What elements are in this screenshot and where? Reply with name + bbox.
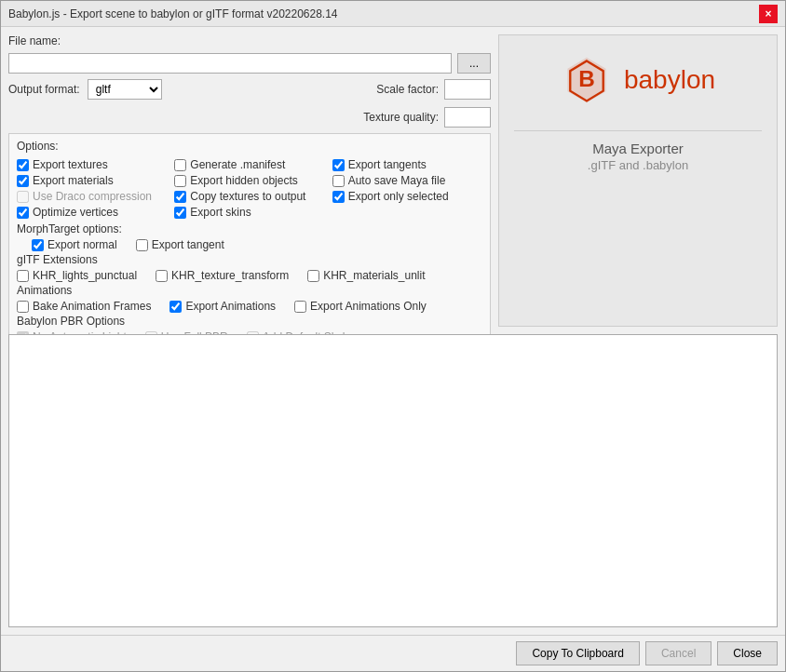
checkbox-export-only-selected: Export only selected (332, 190, 482, 203)
output-format-select[interactable]: gltf babylon (88, 79, 162, 100)
file-name-input[interactable] (8, 53, 452, 74)
scale-factor-label: Scale factor: (376, 83, 439, 96)
cb-copy-textures[interactable] (174, 191, 186, 203)
morph-options: Export normal Export tangent (17, 238, 482, 251)
checkbox-export-skins: Export skins (174, 206, 324, 219)
texture-quality-input[interactable]: 100 (444, 107, 491, 128)
cb-export-skins[interactable] (174, 207, 186, 219)
cb-label-copy-textures: Copy textures to output (190, 190, 305, 203)
cb-export-anim[interactable] (169, 301, 182, 313)
options-grid: Export textures Generate .manifest Expor… (17, 158, 482, 219)
checkbox-export-hidden: Export hidden objects (174, 174, 324, 187)
scale-factor-input[interactable]: 1 (444, 79, 491, 100)
cb-export-materials[interactable] (17, 175, 29, 187)
cb-use-draco[interactable] (17, 191, 29, 203)
left-panel: File name: ... Output format: gltf babyl… (8, 34, 491, 327)
file-browse-button[interactable]: ... (457, 53, 491, 74)
cb-generate-manifest[interactable] (174, 159, 186, 171)
morph-target-section: MorphTarget options: Export normal Expor… (17, 222, 482, 251)
checkbox-khr-texture: KHR_texture_transform (156, 269, 289, 282)
close-button-bottom[interactable]: Close (717, 641, 778, 665)
animations-options: Bake Animation Frames Export Animations … (17, 300, 482, 313)
cb-label-export-textures: Export textures (33, 158, 108, 171)
cancel-button[interactable]: Cancel (645, 641, 711, 665)
cb-label-export-tangent: Export tangent (152, 238, 224, 251)
animations-title: Animations (17, 284, 482, 297)
cb-label-export-tangents: Export tangents (348, 158, 427, 171)
cb-label-use-draco: Use Draco compression (33, 190, 152, 203)
babylon-pbr-section: Babylon PBR Options No Automatic Light U… (17, 315, 482, 334)
cb-label-export-skins: Export skins (190, 206, 251, 219)
babylon-pbr-title: Babylon PBR Options (17, 315, 482, 328)
checkbox-khr-materials: KHR_materials_unlit (307, 269, 425, 282)
bottom-bar: Copy To Clipboard Cancel Close (1, 635, 785, 671)
cb-label-khr-texture: KHR_texture_transform (171, 269, 289, 282)
options-title: Options: (17, 140, 482, 153)
checkbox-export-anim: Export Animations (169, 300, 276, 313)
title-bar: Babylon.js - Export scene to babylon or … (1, 1, 785, 27)
babylon-icon-svg: B (561, 54, 613, 106)
close-button[interactable]: × (759, 5, 778, 23)
checkbox-export-tangent: Export tangent (136, 238, 224, 251)
cb-label-export-only-selected: Export only selected (348, 190, 449, 203)
logo-separator (514, 130, 762, 131)
options-section: Options: Export textures Generate .manif… (8, 133, 491, 334)
cb-khr-materials[interactable] (307, 270, 319, 282)
maya-exporter-label: Maya Exporter (592, 141, 684, 156)
svg-text:B: B (578, 66, 595, 91)
cb-export-tangents[interactable] (332, 159, 345, 171)
checkbox-khr-lights: KHR_lights_punctual (17, 269, 137, 282)
cb-optimize-vertices[interactable] (17, 207, 29, 219)
checkbox-optimize-vertices: Optimize vertices (17, 206, 167, 219)
cb-khr-lights[interactable] (17, 270, 29, 282)
cb-export-normal[interactable] (32, 239, 44, 251)
gltf-extensions-title: gITF Extensions (17, 253, 482, 266)
copy-to-clipboard-button[interactable]: Copy To Clipboard (516, 641, 640, 665)
cb-label-khr-materials: KHR_materials_unlit (323, 269, 425, 282)
checkbox-export-tangents: Export tangents (332, 158, 482, 171)
file-name-label: File name: (8, 34, 61, 47)
format-scale-row: Output format: gltf babylon Scale factor… (8, 79, 491, 100)
babylon-title-text: babylon (624, 67, 715, 93)
cb-export-anim-only[interactable] (294, 301, 306, 313)
cb-bake-anim[interactable] (17, 301, 29, 313)
cb-export-only-selected[interactable] (332, 191, 345, 203)
checkbox-export-normal: Export normal (32, 238, 117, 251)
cb-label-export-materials: Export materials (33, 174, 114, 187)
cb-label-khr-lights: KHR_lights_punctual (33, 269, 137, 282)
cb-label-export-hidden: Export hidden objects (190, 174, 297, 187)
output-format-label: Output format: (8, 83, 80, 96)
checkbox-auto-save: Auto save Maya file (332, 174, 482, 187)
morph-target-title: MorphTarget options: (17, 222, 482, 235)
cb-export-hidden[interactable] (174, 175, 186, 187)
cb-label-generate-manifest: Generate .manifest (190, 158, 285, 171)
cb-khr-texture[interactable] (156, 270, 168, 282)
cb-label-auto-save: Auto save Maya file (348, 174, 446, 187)
checkbox-use-draco: Use Draco compression (17, 190, 167, 203)
window-title: Babylon.js - Export scene to babylon or … (8, 7, 338, 20)
cb-label-optimize-vertices: Optimize vertices (33, 206, 118, 219)
checkbox-export-textures: Export textures (17, 158, 167, 171)
main-window: Babylon.js - Export scene to babylon or … (0, 0, 786, 672)
babylon-logo: B babylon (561, 54, 715, 106)
cb-export-tangent[interactable] (136, 239, 148, 251)
cb-label-bake-anim: Bake Animation Frames (33, 300, 151, 313)
format-row: Output format: gltf babylon (8, 79, 162, 100)
gltf-babylon-label: .gITF and .babylon (588, 158, 688, 172)
texture-quality-row: Texture quality: 100 (8, 107, 491, 128)
checkbox-generate-manifest: Generate .manifest (174, 158, 324, 171)
file-name-row: File name: (8, 34, 491, 47)
babylon-text-block: babylon (624, 67, 715, 93)
cb-export-textures[interactable] (17, 159, 29, 171)
checkbox-copy-textures: Copy textures to output (174, 190, 324, 203)
file-name-input-row: ... (8, 53, 491, 74)
main-content: File name: ... Output format: gltf babyl… (1, 27, 785, 334)
gltf-extensions-options: KHR_lights_punctual KHR_texture_transfor… (17, 269, 482, 282)
checkbox-export-anim-only: Export Animations Only (294, 300, 427, 313)
cb-label-export-normal: Export normal (47, 238, 117, 251)
texture-quality-label: Texture quality: (363, 111, 439, 124)
cb-auto-save[interactable] (332, 175, 345, 187)
animations-section: Animations Bake Animation Frames Export … (17, 284, 482, 313)
cb-label-export-anim: Export Animations (185, 300, 276, 313)
scale-factor-row: Scale factor: 1 (376, 79, 491, 100)
